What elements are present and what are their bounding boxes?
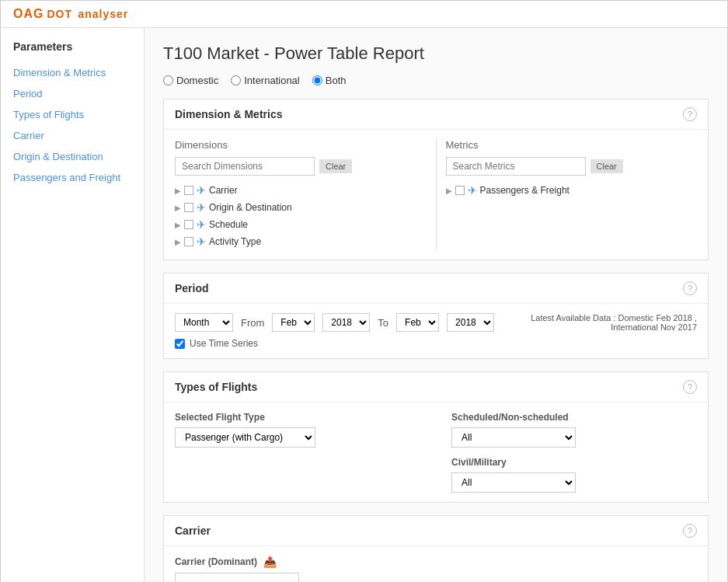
dimensions-col-title: Dimensions <box>175 139 427 151</box>
tree-arrow-activity-type[interactable]: ▶ <box>175 238 181 246</box>
help-icon-tof[interactable]: ? <box>683 380 697 394</box>
tree-arrow-carrier[interactable]: ▶ <box>175 186 181 195</box>
section-period: Period ? Month Quarter Year From Feb Jan <box>163 273 709 359</box>
dim-metrics-body: Dimensions Clear ▶ ✈ Carrier ▶ <box>164 130 708 260</box>
section-header-dim-metrics: Dimension & Metrics ? <box>164 99 708 130</box>
section-dimension-metrics: Dimension & Metrics ? Dimensions Clear ▶ <box>163 99 709 260</box>
section-header-tof: Types of Flights ? <box>164 372 708 403</box>
tree-plane-schedule: ✈ <box>197 218 206 231</box>
radio-both-input[interactable] <box>312 75 322 85</box>
tree-plane-origin-destination: ✈ <box>197 201 206 214</box>
metrics-search-row: Clear <box>446 157 698 176</box>
tree-item-carrier: ▶ ✈ Carrier <box>175 182 427 199</box>
dimensions-search-input[interactable] <box>175 157 315 176</box>
tree-arrow-origin-destination[interactable]: ▶ <box>175 204 181 212</box>
from-year-select[interactable]: 2018 2017 2016 <box>322 313 370 332</box>
civil-military-label: Civil/Military <box>451 457 697 468</box>
logo-analyser: analyser <box>78 8 128 20</box>
tof-body: Selected Flight Type Passenger (with Car… <box>164 403 708 502</box>
section-title-dim-metrics: Dimension & Metrics <box>175 108 282 120</box>
tree-checkbox-carrier[interactable] <box>184 186 193 195</box>
period-type-select[interactable]: Month Quarter Year <box>175 313 233 332</box>
page-title: T100 Market - Power Table Report <box>163 44 709 64</box>
dimensions-clear-button[interactable]: Clear <box>319 159 352 173</box>
tree-plane-carrier: ✈ <box>197 184 206 197</box>
tree-checkbox-activity-type[interactable] <box>184 237 193 246</box>
use-time-series-checkbox[interactable] <box>175 339 185 349</box>
section-title-carrier: Carrier <box>175 524 211 537</box>
civil-military-select[interactable]: All Civil Military <box>451 472 576 493</box>
tree-checkbox-schedule[interactable] <box>184 220 193 229</box>
selected-flight-type-label: Selected Flight Type <box>175 412 420 423</box>
radio-international-input[interactable] <box>231 75 241 85</box>
sidebar: Parameters Dimension & Metrics Period Ty… <box>1 28 145 582</box>
section-header-carrier: Carrier ? <box>164 516 708 546</box>
radio-domestic-input[interactable] <box>163 75 173 85</box>
dimensions-search-row: Clear <box>175 157 427 176</box>
tree-item-passengers-freight: ▶ ✈ Passengers & Freight <box>446 182 698 199</box>
carrier-dominant-label: Carrier (Dominant) <box>175 556 257 567</box>
from-month-select[interactable]: Feb Jan Mar <box>272 313 315 332</box>
radio-domestic-label: Domestic <box>176 75 218 86</box>
sidebar-item-types-of-flights[interactable]: Types of Flights <box>1 104 144 125</box>
sidebar-item-origin-destination[interactable]: Origin & Destination <box>1 146 144 167</box>
tof-left: Selected Flight Type Passenger (with Car… <box>175 412 420 493</box>
tree-plane-activity-type: ✈ <box>197 235 206 248</box>
sidebar-item-passengers-freight[interactable]: Passengers and Freight <box>1 167 144 188</box>
section-title-period: Period <box>175 282 209 294</box>
to-year-select[interactable]: 2018 2017 2016 <box>447 313 494 332</box>
to-label: To <box>378 317 388 329</box>
metrics-search-input[interactable] <box>446 157 586 176</box>
section-carrier: Carrier ? Carrier (Dominant) 📤 Add Exclu… <box>163 515 709 582</box>
from-label: From <box>241 317 264 329</box>
carrier-label-row: Carrier (Dominant) 📤 <box>175 556 697 568</box>
help-icon-dim-metrics[interactable]: ? <box>683 107 697 121</box>
sidebar-item-carrier[interactable]: Carrier <box>1 125 144 146</box>
help-icon-period[interactable]: ? <box>683 281 697 295</box>
tree-label-activity-type: Activity Type <box>209 236 261 247</box>
radio-international[interactable]: International <box>231 75 300 86</box>
section-header-period: Period ? <box>164 274 708 304</box>
carrier-body: Carrier (Dominant) 📤 Add Exclusion <box>164 546 708 582</box>
radio-domestic[interactable]: Domestic <box>163 75 218 86</box>
flight-type-radios: Domestic International Both <box>163 75 709 86</box>
tree-plane-passengers-freight: ✈ <box>468 184 477 197</box>
period-body: Month Quarter Year From Feb Jan Mar 2018 <box>164 304 708 358</box>
scheduled-select[interactable]: All Scheduled Non-scheduled <box>451 427 576 448</box>
radio-international-label: International <box>244 75 300 86</box>
tree-arrow-schedule[interactable]: ▶ <box>175 221 181 229</box>
metrics-clear-button[interactable]: Clear <box>590 159 623 173</box>
section-types-of-flights: Types of Flights ? Selected Flight Type … <box>163 371 709 503</box>
available-data-label: Latest Available Data : Domestic Feb 201… <box>502 313 697 332</box>
tree-label-origin-destination: Origin & Destination <box>209 202 292 213</box>
sidebar-title: Parameters <box>1 40 144 62</box>
tree-item-schedule: ▶ ✈ Schedule <box>175 216 427 233</box>
scheduled-label: Scheduled/Non-scheduled <box>451 412 697 423</box>
flight-type-select[interactable]: Passenger (with Cargo) Passenger (withou… <box>175 427 315 448</box>
logo-oag-text: OAG <box>13 7 44 20</box>
carrier-input[interactable] <box>175 573 299 582</box>
tree-checkbox-passengers-freight[interactable] <box>455 186 465 195</box>
radio-both[interactable]: Both <box>312 75 347 86</box>
main-content: T100 Market - Power Table Report Domesti… <box>145 28 727 582</box>
tree-label-schedule: Schedule <box>209 219 248 230</box>
logo: OAGDOT analyser <box>13 7 128 21</box>
tree-checkbox-origin-destination[interactable] <box>184 203 193 212</box>
carrier-add-icon[interactable]: 📤 <box>263 556 277 568</box>
radio-both-label: Both <box>326 75 347 86</box>
help-icon-carrier[interactable]: ? <box>683 524 697 538</box>
metrics-col-title: Metrics <box>446 139 698 151</box>
sidebar-item-dimension-metrics[interactable]: Dimension & Metrics <box>1 62 144 83</box>
tree-item-origin-destination: ▶ ✈ Origin & Destination <box>175 199 427 216</box>
tree-label-carrier: Carrier <box>209 185 238 196</box>
dimensions-column: Dimensions Clear ▶ ✈ Carrier ▶ <box>175 139 437 250</box>
use-time-series-row: Use Time Series <box>175 338 697 349</box>
period-controls-row: Month Quarter Year From Feb Jan Mar 2018 <box>175 313 697 332</box>
use-time-series-label: Use Time Series <box>190 338 258 349</box>
sidebar-item-period[interactable]: Period <box>1 83 144 104</box>
section-title-tof: Types of Flights <box>175 381 257 393</box>
tree-arrow-passengers-freight[interactable]: ▶ <box>446 186 452 195</box>
to-month-select[interactable]: Feb Jan Mar <box>396 313 439 332</box>
tof-right: Scheduled/Non-scheduled All Scheduled No… <box>451 412 697 493</box>
metrics-column: Metrics Clear ▶ ✈ Passengers & Freight <box>437 139 698 250</box>
